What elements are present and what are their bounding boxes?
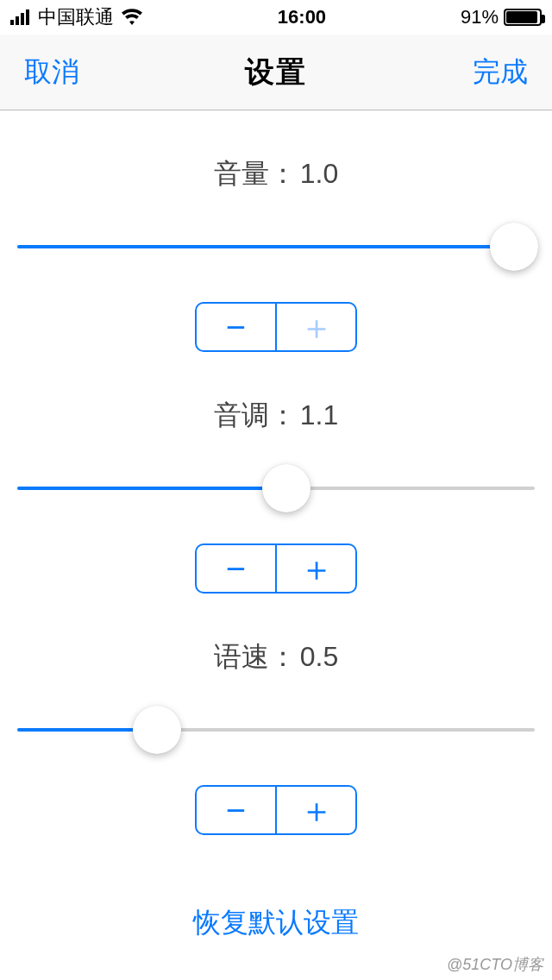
- volume-label: 音量：1.0: [17, 155, 535, 193]
- volume-slider[interactable]: [17, 245, 535, 248]
- pitch-stepper: − ＋: [195, 543, 357, 594]
- status-time: 16:00: [278, 6, 326, 28]
- rate-slider[interactable]: [17, 728, 535, 732]
- carrier-label: 中国联通: [38, 4, 114, 30]
- pitch-decrement-button[interactable]: −: [197, 545, 277, 592]
- reset-defaults-button[interactable]: 恢复默认设置: [17, 904, 535, 942]
- plus-icon: ＋: [299, 310, 334, 344]
- minus-icon: −: [226, 310, 246, 344]
- svg-rect-0: [10, 20, 14, 25]
- plus-icon: ＋: [299, 551, 334, 586]
- rate-decrement-button[interactable]: −: [197, 787, 277, 833]
- status-right: 91%: [461, 6, 542, 28]
- pitch-value: 1.1: [300, 399, 338, 430]
- pitch-slider[interactable]: [17, 487, 535, 490]
- watermark: @51CTO博客: [447, 954, 543, 975]
- status-bar: 中国联通 16:00 91%: [0, 0, 552, 35]
- pitch-slider-fill: [17, 487, 286, 490]
- page-title: 设置: [245, 53, 307, 92]
- volume-slider-thumb[interactable]: [490, 223, 538, 271]
- svg-rect-1: [16, 16, 19, 25]
- done-button[interactable]: 完成: [473, 53, 528, 91]
- svg-rect-2: [21, 13, 24, 25]
- cancel-button[interactable]: 取消: [24, 53, 79, 91]
- plus-icon: ＋: [299, 793, 334, 827]
- volume-stepper: − ＋: [195, 302, 357, 352]
- rate-stepper: − ＋: [195, 785, 357, 835]
- volume-slider-fill: [17, 245, 535, 248]
- volume-increment-button[interactable]: ＋: [277, 304, 355, 350]
- cellular-signal-icon: [10, 9, 31, 25]
- volume-value: 1.0: [300, 158, 338, 189]
- nav-bar: 取消 设置 完成: [0, 35, 552, 110]
- rate-value: 0.5: [300, 641, 338, 672]
- battery-percent: 91%: [461, 6, 499, 28]
- svg-rect-3: [26, 9, 29, 25]
- rate-slider-thumb[interactable]: [133, 706, 181, 754]
- settings-content: 音量：1.0 − ＋ 音调：1.1 − ＋ 语速：0.5: [0, 155, 552, 942]
- wifi-icon: [121, 9, 143, 26]
- volume-decrement-button[interactable]: −: [197, 304, 277, 350]
- minus-icon: −: [226, 551, 246, 586]
- rate-increment-button[interactable]: ＋: [277, 787, 355, 833]
- battery-icon: [504, 9, 542, 26]
- pitch-increment-button[interactable]: ＋: [277, 545, 355, 592]
- pitch-label: 音调：1.1: [17, 397, 535, 435]
- status-left: 中国联通: [10, 4, 143, 30]
- rate-label: 语速：0.5: [17, 638, 535, 676]
- pitch-slider-thumb[interactable]: [262, 464, 310, 512]
- minus-icon: −: [226, 793, 246, 827]
